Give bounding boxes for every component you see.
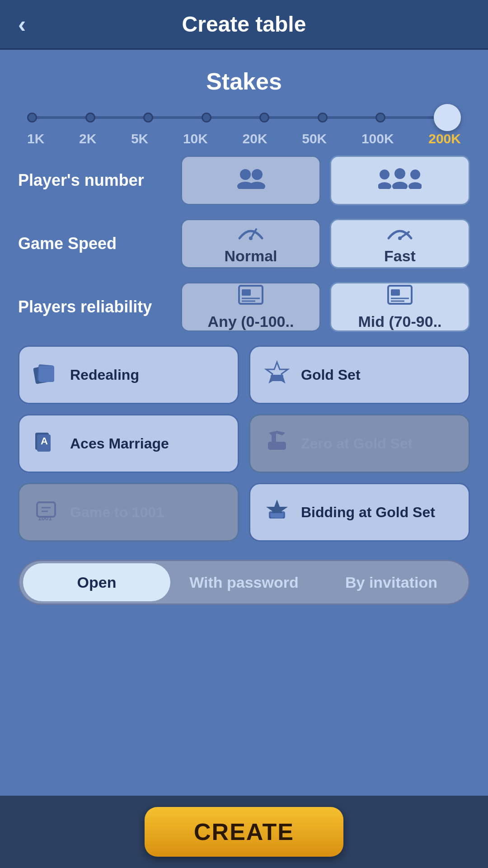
svg-rect-39 bbox=[271, 513, 283, 518]
svg-point-0 bbox=[240, 169, 251, 180]
svg-point-4 bbox=[380, 170, 389, 179]
players-number-label: Player's number bbox=[18, 171, 181, 190]
header: ‹ Create table bbox=[0, 0, 488, 50]
zero-at-gold-set-toggle[interactable]: Zero at Gold Set bbox=[249, 414, 470, 473]
svg-rect-15 bbox=[242, 289, 251, 296]
svg-rect-26 bbox=[271, 375, 283, 381]
svg-text:A: A bbox=[41, 435, 48, 447]
normal-speed-button[interactable]: Normal bbox=[181, 219, 321, 269]
players-number-row: Player's number bbox=[18, 156, 470, 205]
svg-marker-32 bbox=[269, 431, 285, 435]
footer: CREATE bbox=[0, 796, 488, 868]
cards-icon bbox=[30, 360, 62, 389]
mid-reliability-label: Mid (70-90.. bbox=[358, 313, 441, 330]
svg-point-6 bbox=[394, 168, 405, 179]
game-to-1001-label: Game to 1001 bbox=[70, 504, 164, 521]
slider-dot-200k[interactable] bbox=[434, 104, 461, 131]
svg-rect-19 bbox=[391, 289, 400, 296]
open-visibility-option[interactable]: Open bbox=[23, 563, 170, 601]
mid-reliability-button[interactable]: Mid (70-90.. bbox=[330, 282, 470, 332]
create-button[interactable]: CREATE bbox=[145, 807, 343, 857]
game-speed-label: Game Speed bbox=[18, 234, 181, 253]
1001-icon: 1001 bbox=[30, 498, 62, 527]
open-label: Open bbox=[77, 574, 117, 591]
main-content: Stakes 1K2K5K10K20K50K100K200K Player's … bbox=[0, 50, 488, 796]
slider-dot-1k[interactable] bbox=[27, 113, 37, 123]
normal-speed-icon bbox=[237, 223, 264, 245]
gold-set-toggle[interactable]: Gold Set bbox=[249, 345, 470, 404]
slider-label-50k: 50K bbox=[302, 131, 327, 146]
mid-reliability-icon bbox=[386, 284, 413, 310]
zero-icon bbox=[261, 429, 293, 458]
visibility-selector: Open With password By invitation bbox=[18, 560, 470, 605]
bidding-at-gold-set-label: Bidding at Gold Set bbox=[301, 504, 435, 521]
gold-set-icon bbox=[261, 360, 293, 389]
any-reliability-button[interactable]: Any (0-100.. bbox=[181, 282, 321, 332]
slider-label-2k: 2K bbox=[79, 131, 96, 146]
zero-at-gold-set-label: Zero at Gold Set bbox=[301, 435, 413, 452]
slider-dot-10k[interactable] bbox=[202, 113, 211, 123]
svg-point-9 bbox=[408, 182, 422, 189]
back-button[interactable]: ‹ bbox=[18, 11, 26, 38]
stakes-section: Stakes 1K2K5K10K20K50K100K200K bbox=[18, 68, 470, 151]
slider-label-5k: 5K bbox=[131, 131, 148, 146]
normal-speed-label: Normal bbox=[224, 247, 277, 265]
slider-dot-20k[interactable] bbox=[259, 113, 269, 123]
aces-marriage-toggle[interactable]: A Aces Marriage bbox=[18, 414, 239, 473]
svg-point-2 bbox=[252, 169, 263, 180]
toggles-grid: Redealing Gold Set A Aces Marriage bbox=[18, 345, 470, 542]
by-invitation-option[interactable]: By invitation bbox=[318, 563, 465, 601]
svg-text:1001: 1001 bbox=[38, 514, 52, 521]
svg-rect-31 bbox=[272, 434, 276, 445]
fast-speed-label: Fast bbox=[384, 247, 416, 265]
svg-point-13 bbox=[398, 236, 402, 240]
svg-point-5 bbox=[378, 182, 391, 189]
bidding-icon bbox=[261, 498, 293, 527]
two-players-icon bbox=[235, 167, 267, 193]
svg-point-3 bbox=[249, 182, 265, 189]
three-players-icon bbox=[378, 167, 422, 193]
players-reliability-row: Players reliability Any (0-100.. bbox=[18, 282, 470, 332]
slider-dot-2k[interactable] bbox=[85, 113, 95, 123]
aces-marriage-label: Aces Marriage bbox=[70, 435, 169, 452]
game-speed-row: Game Speed Normal bbox=[18, 219, 470, 269]
slider-label-10k: 10K bbox=[183, 131, 208, 146]
with-password-option[interactable]: With password bbox=[170, 563, 318, 601]
fast-speed-button[interactable]: Fast bbox=[330, 219, 470, 269]
players-reliability-label: Players reliability bbox=[18, 297, 181, 316]
slider-dot-5k[interactable] bbox=[143, 113, 153, 123]
gold-set-label: Gold Set bbox=[301, 366, 361, 383]
svg-rect-30 bbox=[268, 442, 286, 450]
slider-dot-50k[interactable] bbox=[318, 113, 328, 123]
slider-dot-100k[interactable] bbox=[375, 113, 385, 123]
players-reliability-options: Any (0-100.. Mid (70-90.. bbox=[181, 282, 470, 332]
page-title: Create table bbox=[182, 12, 306, 37]
redealing-toggle[interactable]: Redealing bbox=[18, 345, 239, 404]
svg-point-8 bbox=[410, 170, 420, 179]
slider-label-200k: 200K bbox=[428, 131, 461, 146]
svg-point-7 bbox=[392, 182, 408, 189]
with-password-label: With password bbox=[189, 574, 299, 591]
any-reliability-icon bbox=[237, 284, 264, 310]
any-reliability-label: Any (0-100.. bbox=[208, 313, 294, 330]
two-players-button[interactable] bbox=[181, 156, 321, 205]
bidding-at-gold-set-toggle[interactable]: Bidding at Gold Set bbox=[249, 483, 470, 542]
slider-label-20k: 20K bbox=[243, 131, 267, 146]
svg-rect-24 bbox=[39, 366, 54, 382]
game-speed-options: Normal Fast bbox=[181, 219, 470, 269]
game-to-1001-toggle[interactable]: 1001 Game to 1001 bbox=[18, 483, 239, 542]
slider-label-1k: 1K bbox=[27, 131, 44, 146]
stakes-slider[interactable]: 1K2K5K10K20K50K100K200K bbox=[18, 108, 470, 151]
redealing-label: Redealing bbox=[70, 366, 139, 383]
stakes-title: Stakes bbox=[18, 68, 470, 95]
by-invitation-label: By invitation bbox=[345, 574, 437, 591]
slider-label-100k: 100K bbox=[361, 131, 394, 146]
svg-point-11 bbox=[249, 236, 253, 240]
players-number-options bbox=[181, 156, 470, 205]
fast-speed-icon bbox=[386, 223, 413, 245]
aces-icon: A bbox=[30, 429, 62, 458]
three-players-button[interactable] bbox=[330, 156, 470, 205]
